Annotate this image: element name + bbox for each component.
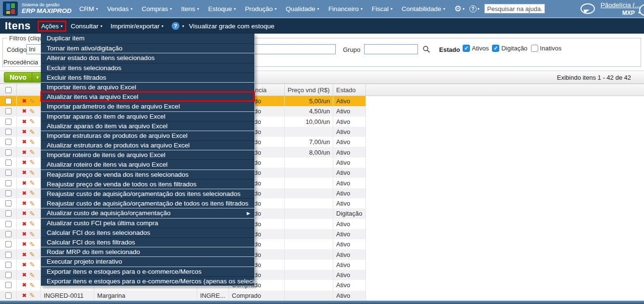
nav-item-contabilidade[interactable]: Contabilidade▾ <box>402 5 445 12</box>
nav-item-produção[interactable]: Produção▾ <box>245 5 277 12</box>
delete-icon[interactable]: ✖ <box>22 210 26 217</box>
nav-item-qualidade[interactable]: Qualidade▾ <box>286 5 319 12</box>
menu-item[interactable]: Importar estruturas de produtos de arqui… <box>41 131 254 140</box>
page-help-chevron-down-icon[interactable]: ▾ <box>182 24 184 28</box>
edit-icon[interactable]: ✎ <box>29 179 35 187</box>
grupo-input[interactable] <box>364 44 418 54</box>
menu-item[interactable]: Atualizar custo de aquisição/orçamentaçã… <box>41 208 254 218</box>
delete-icon[interactable]: ✖ <box>22 282 26 288</box>
help-search-input[interactable] <box>484 4 545 13</box>
menu-item[interactable]: Alterar estado dos itens selecionados <box>41 53 254 62</box>
delete-icon[interactable]: ✖ <box>22 262 26 268</box>
novo-button[interactable]: Novo ▼ <box>4 72 43 83</box>
checkbox[interactable] <box>531 45 538 52</box>
row-checkbox[interactable] <box>5 252 12 258</box>
edit-icon[interactable]: ✎ <box>29 251 35 258</box>
nav-item-vendas[interactable]: Vendas▾ <box>107 5 133 12</box>
help-icon[interactable]: ? <box>469 5 477 12</box>
consultar-menu-button[interactable]: Consultar▾ <box>71 23 102 30</box>
menu-item[interactable]: Rodar MRP do item selecionado <box>41 247 254 256</box>
menu-item[interactable]: Importar parâmetros de itens de arquivo … <box>41 101 254 111</box>
nav-item-estoque[interactable]: Estoque▾ <box>208 5 236 12</box>
menu-item[interactable]: Importar aparas do item de arquivo Excel <box>41 111 254 121</box>
filters-legend[interactable]: Filtros (cliqu <box>7 35 45 42</box>
edit-icon[interactable]: ✎ <box>29 261 35 268</box>
row-checkbox[interactable] <box>5 159 12 166</box>
edit-icon[interactable]: ✎ <box>29 210 35 218</box>
gear-chevron-down-icon[interactable]: ▾ <box>463 7 465 11</box>
select-all-checkbox[interactable] <box>5 87 12 93</box>
edit-icon[interactable]: ✎ <box>29 292 35 299</box>
menu-item[interactable]: Reajustar preço de venda dos itens selec… <box>41 170 254 179</box>
row-checkbox[interactable] <box>5 231 12 237</box>
nav-item-crm[interactable]: CRM▾ <box>79 5 98 12</box>
row-checkbox[interactable] <box>5 108 12 114</box>
edit-icon[interactable]: ✎ <box>29 138 35 146</box>
account-company[interactable]: MXP ▾ <box>600 10 640 17</box>
menu-item[interactable]: Atualizar aparas do item via arquivo Exc… <box>41 121 254 131</box>
delete-icon[interactable]: ✖ <box>22 292 26 299</box>
menu-item[interactable]: Atualizar itens via arquivo Excel <box>41 92 254 101</box>
estado-filter-digitação[interactable]: ✓Digitação <box>492 45 527 52</box>
delete-icon[interactable]: ✖ <box>22 231 26 237</box>
row-checkbox[interactable] <box>5 210 12 217</box>
acoes-menu-button[interactable]: Ações▾ <box>38 21 66 32</box>
visualizar-grade-link[interactable]: Visualizar grade com estoque <box>189 23 275 30</box>
menu-item[interactable]: Atualizar custo FCI pela última compra <box>41 218 254 228</box>
row-checkbox[interactable] <box>5 221 12 227</box>
row-checkbox[interactable] <box>5 241 12 247</box>
edit-icon[interactable]: ✎ <box>29 271 35 279</box>
menu-item[interactable]: Reajustar preço de venda de todos os ite… <box>41 179 254 189</box>
delete-icon[interactable]: ✖ <box>22 98 26 104</box>
menu-item[interactable]: Exportar itens e estoques para o e-comme… <box>41 276 254 286</box>
row-checkbox[interactable] <box>5 292 12 299</box>
menu-item[interactable]: Executar projeto interativo <box>41 256 254 266</box>
menu-item[interactable]: Tornar item ativo/digitação <box>41 43 254 53</box>
delete-icon[interactable]: ✖ <box>22 108 26 114</box>
delete-icon[interactable]: ✖ <box>22 221 26 227</box>
account-name-link[interactable]: Pãodelícia (... <box>600 1 640 10</box>
delete-icon[interactable]: ✖ <box>22 272 26 278</box>
row-checkbox[interactable] <box>5 170 12 176</box>
checkbox[interactable]: ✓ <box>492 45 499 52</box>
header-estado[interactable]: Estado <box>333 84 366 96</box>
nav-item-financeiro[interactable]: Financeiro▾ <box>328 5 363 12</box>
edit-icon[interactable]: ✎ <box>29 97 35 105</box>
row-checkbox[interactable] <box>5 190 12 196</box>
edit-icon[interactable]: ✎ <box>29 128 35 136</box>
menu-item[interactable]: Reajustar custo de aquisição/orçamentaçã… <box>41 189 254 198</box>
edit-icon[interactable]: ✎ <box>29 158 35 166</box>
estado-filter-ativos[interactable]: ✓Ativos <box>463 45 489 52</box>
row-checkbox[interactable] <box>5 180 12 186</box>
delete-icon[interactable]: ✖ <box>22 200 26 207</box>
nav-item-fiscal[interactable]: Fiscal▾ <box>372 5 392 12</box>
edit-icon[interactable]: ✎ <box>29 220 35 228</box>
delete-icon[interactable]: ✖ <box>22 170 26 176</box>
row-checkbox[interactable] <box>5 129 12 135</box>
row-checkbox[interactable] <box>5 282 12 288</box>
menu-item[interactable]: Calcular FCI dos itens selecionados <box>41 228 254 237</box>
row-checkbox[interactable] <box>5 272 12 278</box>
menu-item[interactable]: Exportar itens e estoques para o e-comme… <box>41 267 254 276</box>
edit-icon[interactable]: ✎ <box>29 189 35 197</box>
row-checkbox[interactable] <box>5 262 12 268</box>
row-checkbox[interactable] <box>5 98 12 104</box>
edit-icon[interactable]: ✎ <box>29 148 35 156</box>
delete-icon[interactable]: ✖ <box>22 180 26 186</box>
horizontal-scrollbar[interactable] <box>0 301 644 304</box>
delete-icon[interactable]: ✖ <box>22 190 26 196</box>
delete-icon[interactable]: ✖ <box>22 119 26 125</box>
menu-item[interactable]: Atualizar roteiro de itens via arquivo E… <box>41 159 254 169</box>
header-preco[interactable]: Preço vnd (R$) <box>285 84 333 96</box>
edit-icon[interactable]: ✎ <box>29 200 35 207</box>
search-icon[interactable] <box>422 45 430 55</box>
menu-item[interactable]: Importar roteiro de itens de arquivo Exc… <box>41 150 254 159</box>
checkbox[interactable]: ✓ <box>463 45 470 52</box>
edit-icon[interactable]: ✎ <box>29 108 35 115</box>
gear-icon[interactable]: ⚙ <box>455 4 462 14</box>
estado-filter-inativos[interactable]: Inativos <box>531 45 562 52</box>
delete-icon[interactable]: ✖ <box>22 129 26 135</box>
chat-bubble-icon[interactable] <box>581 3 595 14</box>
imprimir-exportar-menu-button[interactable]: Imprimir/exportar▾ <box>111 23 164 30</box>
menu-item[interactable]: Reajustar custo de aquisição/orçamentaçã… <box>41 198 254 208</box>
